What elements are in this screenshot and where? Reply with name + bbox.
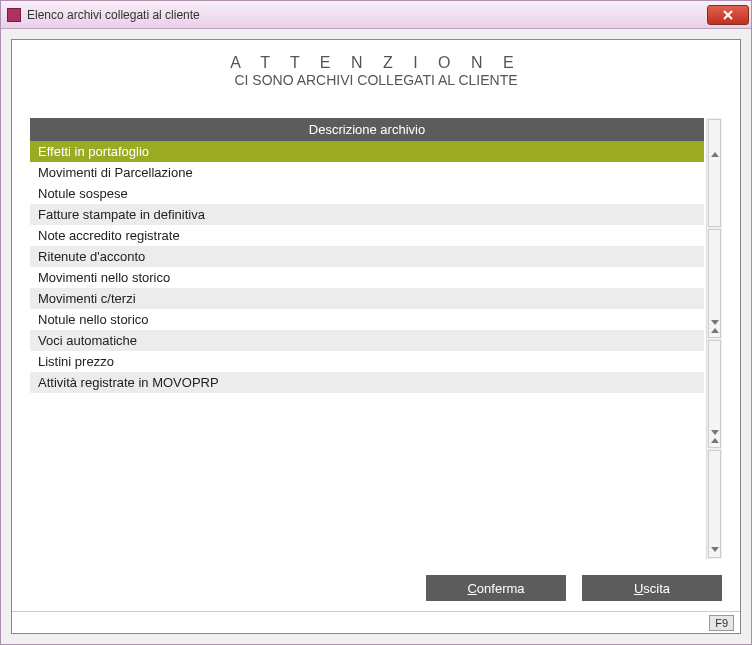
table-row[interactable]: Voci automatiche (30, 330, 704, 351)
titlebar: Elenco archivi collegati al cliente (1, 1, 751, 29)
dialog-window: Elenco archivi collegati al cliente A T … (0, 0, 752, 645)
close-icon (723, 10, 733, 20)
confirm-button[interactable]: Conferma (426, 575, 566, 601)
table-row[interactable]: Effetti in portafoglio (30, 141, 704, 162)
exit-button[interactable]: Uscita (582, 575, 722, 601)
titlebar-left: Elenco archivi collegati al cliente (7, 8, 200, 22)
scroll-up-icon (711, 328, 719, 333)
table-row[interactable]: Listini prezzo (30, 351, 704, 372)
scroll-up-icon (711, 152, 719, 157)
exit-rest: scita (643, 581, 670, 596)
table-row[interactable]: Attività registrate in MOVOPRP (30, 372, 704, 393)
table-row[interactable]: Fatture stampate in definitiva (30, 204, 704, 225)
window-title: Elenco archivi collegati al cliente (27, 8, 200, 22)
scroll-down-icon (711, 430, 719, 435)
table-header: Descrizione archivio (30, 118, 704, 141)
confirm-accel: C (467, 581, 476, 596)
button-row: Conferma Uscita (12, 559, 740, 611)
close-button[interactable] (707, 5, 749, 25)
vertical-scrollbar[interactable] (706, 118, 722, 559)
app-icon (7, 8, 21, 22)
scroll-segment[interactable] (708, 229, 721, 337)
alert-subtitle: CI SONO ARCHIVI COLLEGATI AL CLIENTE (12, 72, 740, 114)
table-row[interactable]: Movimenti nello storico (30, 267, 704, 288)
table-column: Descrizione archivio Effetti in portafog… (30, 118, 704, 559)
alert-heading: A T T E N Z I O N E CI SONO ARCHIVI COLL… (12, 40, 740, 118)
scroll-segment[interactable] (708, 119, 721, 227)
table-row[interactable]: Ritenute d'acconto (30, 246, 704, 267)
table-row[interactable]: Notule nello storico (30, 309, 704, 330)
scroll-segment[interactable] (708, 450, 721, 558)
scroll-segment[interactable] (708, 340, 721, 448)
table-area: Descrizione archivio Effetti in portafog… (30, 118, 722, 559)
table-row[interactable]: Note accredito registrate (30, 225, 704, 246)
table-row[interactable]: Movimenti c/terzi (30, 288, 704, 309)
status-bar: F9 (12, 611, 740, 633)
table-row[interactable]: Notule sospese (30, 183, 704, 204)
content-frame: A T T E N Z I O N E CI SONO ARCHIVI COLL… (11, 39, 741, 634)
exit-accel: U (634, 581, 643, 596)
table-body[interactable]: Effetti in portafoglioMovimenti di Parce… (30, 141, 704, 559)
table-row[interactable]: Movimenti di Parcellazione (30, 162, 704, 183)
scroll-down-icon (711, 547, 719, 552)
confirm-rest: onferma (477, 581, 525, 596)
scroll-down-icon (711, 320, 719, 325)
keyboard-hint: F9 (709, 615, 734, 631)
scroll-up-icon (711, 438, 719, 443)
alert-title: A T T E N Z I O N E (12, 54, 740, 72)
